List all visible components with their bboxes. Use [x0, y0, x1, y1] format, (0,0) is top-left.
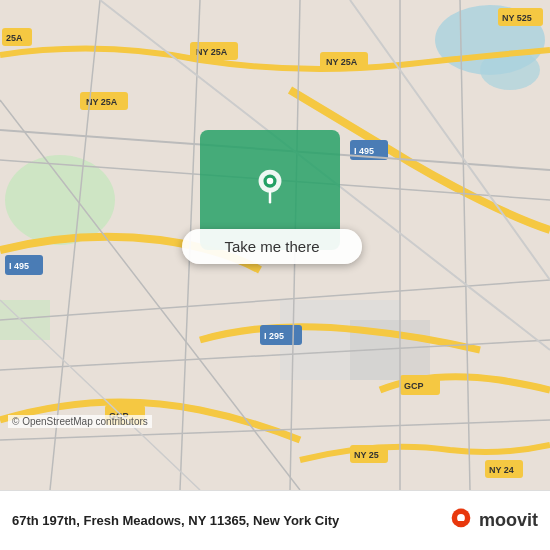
- location-pin-icon: [252, 168, 288, 204]
- moovit-logo: moovit: [447, 507, 538, 535]
- moovit-pin-icon: [447, 507, 475, 535]
- svg-text:I 295: I 295: [264, 331, 284, 341]
- take-me-there-button[interactable]: Take me there: [182, 229, 362, 264]
- svg-text:I 495: I 495: [354, 146, 374, 156]
- svg-point-49: [457, 514, 465, 522]
- address-block: 67th 197th, Fresh Meadows, NY 11365, New…: [12, 513, 447, 528]
- map-container: NY 25A NY 25A NY 25A I 495 I 495 I 295 G…: [0, 0, 550, 490]
- svg-text:NY 24: NY 24: [489, 465, 514, 475]
- svg-text:NY 25A: NY 25A: [86, 97, 118, 107]
- svg-text:NY 525: NY 525: [502, 13, 532, 23]
- bottom-bar: 67th 197th, Fresh Meadows, NY 11365, New…: [0, 490, 550, 550]
- svg-text:25A: 25A: [6, 33, 23, 43]
- address-line: 67th 197th, Fresh Meadows, NY 11365, New…: [12, 513, 447, 528]
- svg-text:GCP: GCP: [404, 381, 424, 391]
- svg-point-47: [267, 178, 274, 185]
- moovit-text: moovit: [479, 510, 538, 531]
- svg-text:NY 25: NY 25: [354, 450, 379, 460]
- svg-text:NY 25A: NY 25A: [326, 57, 358, 67]
- openstreetmap-credit: © OpenStreetMap contributors: [8, 415, 152, 428]
- svg-text:NY 25A: NY 25A: [196, 47, 228, 57]
- svg-text:I 495: I 495: [9, 261, 29, 271]
- svg-point-3: [5, 155, 115, 245]
